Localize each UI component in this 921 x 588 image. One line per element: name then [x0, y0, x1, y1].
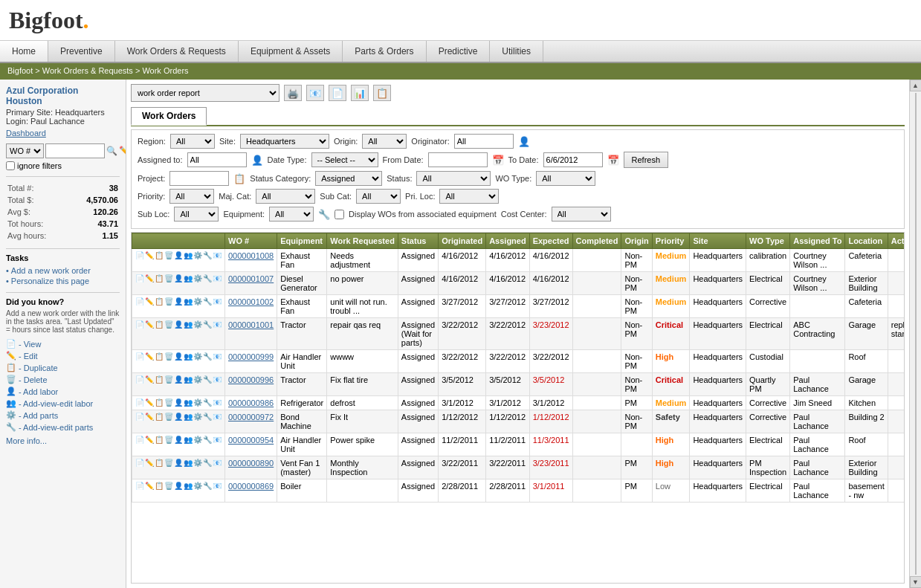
row-labor2-icon[interactable]: 👥: [184, 459, 193, 467]
nav-predictive[interactable]: Predictive: [427, 41, 491, 62]
col-expected[interactable]: Expected: [529, 233, 572, 249]
row-labor2-icon[interactable]: 👥: [184, 320, 193, 329]
row-parts-icon[interactable]: ⚙️: [193, 436, 202, 444]
row-parts-icon[interactable]: ⚙️: [193, 320, 202, 329]
wo-number-link[interactable]: 0000000954: [228, 436, 274, 445]
nav-work-orders[interactable]: Work Orders & Requests: [115, 41, 239, 62]
report-select[interactable]: work order report: [131, 84, 279, 102]
assigned-to-input[interactable]: [187, 152, 247, 167]
refresh-button[interactable]: Refresh: [624, 152, 669, 168]
row-parts-icon[interactable]: ⚙️: [193, 482, 202, 490]
export-icon[interactable]: 📄: [329, 85, 346, 101]
scroll-up-arrow[interactable]: ▲: [910, 80, 922, 91]
row-view-icon[interactable]: 📄: [135, 436, 144, 444]
row-view-icon[interactable]: 📄: [135, 320, 144, 329]
from-date-input[interactable]: [428, 152, 488, 167]
row-labor2-icon[interactable]: 👥: [184, 436, 193, 444]
row-parts2-icon[interactable]: 🔧: [203, 398, 212, 407]
row-del-icon[interactable]: 🗑️: [164, 459, 173, 467]
row-labor-icon[interactable]: 👤: [174, 459, 183, 467]
col-origin[interactable]: Origin: [621, 233, 652, 249]
row-view-icon[interactable]: 📄: [135, 251, 144, 259]
row-labor-icon[interactable]: 👤: [174, 352, 183, 361]
row-labor-icon[interactable]: 👤: [174, 251, 183, 259]
status-select[interactable]: All: [416, 171, 491, 186]
row-parts-icon[interactable]: ⚙️: [193, 352, 202, 361]
row-view-icon[interactable]: 📄: [135, 352, 144, 361]
row-view-icon[interactable]: 📄: [135, 398, 144, 407]
col-wo[interactable]: WO #: [225, 233, 277, 249]
row-parts-icon[interactable]: ⚙️: [193, 251, 202, 259]
scroll-down-arrow[interactable]: ▼: [910, 576, 922, 588]
row-del-icon[interactable]: 🗑️: [164, 297, 173, 306]
equipment-icon[interactable]: 🔧: [318, 209, 330, 220]
row-email-icon[interactable]: 📧: [213, 274, 222, 282]
row-del-icon[interactable]: 🗑️: [164, 375, 173, 384]
sidebar-search-icon[interactable]: 🔍: [106, 144, 117, 158]
row-view-icon[interactable]: 📄: [135, 459, 144, 467]
wo-number-link[interactable]: 0000000996: [228, 375, 274, 384]
row-labor-icon[interactable]: 👤: [174, 413, 183, 421]
row-del-icon[interactable]: 🗑️: [164, 352, 173, 361]
tab-work-orders[interactable]: Work Orders: [131, 107, 207, 126]
personalize-link[interactable]: Personalize this page: [6, 276, 120, 286]
row-labor-icon[interactable]: 👤: [174, 398, 183, 407]
row-del-icon[interactable]: 🗑️: [164, 436, 173, 444]
row-dup-icon[interactable]: 📋: [155, 436, 164, 444]
row-edit-icon[interactable]: ✏️: [145, 459, 154, 467]
project-input[interactable]: [169, 171, 229, 186]
row-email-icon[interactable]: 📧: [213, 436, 222, 444]
row-labor2-icon[interactable]: 👥: [184, 413, 193, 421]
row-edit-icon[interactable]: ✏️: [145, 413, 154, 421]
row-email-icon[interactable]: 📧: [213, 413, 222, 421]
row-email-icon[interactable]: 📧: [213, 459, 222, 467]
equipment-select[interactable]: All: [269, 207, 314, 222]
to-date-input[interactable]: [543, 152, 603, 167]
cost-center-select[interactable]: All: [552, 207, 611, 222]
row-email-icon[interactable]: 📧: [213, 352, 222, 361]
dashboard-link[interactable]: Dashboard: [6, 129, 120, 138]
row-parts2-icon[interactable]: 🔧: [203, 375, 212, 384]
row-dup-icon[interactable]: 📋: [155, 375, 164, 384]
row-parts2-icon[interactable]: 🔧: [203, 352, 212, 361]
row-parts2-icon[interactable]: 🔧: [203, 297, 212, 306]
breadcrumb-wo[interactable]: Work Orders & Requests: [42, 66, 133, 75]
row-labor-icon[interactable]: 👤: [174, 375, 183, 384]
row-parts2-icon[interactable]: 🔧: [203, 413, 212, 421]
row-view-icon[interactable]: 📄: [135, 297, 144, 306]
nav-preventive[interactable]: Preventive: [48, 41, 115, 62]
row-parts-icon[interactable]: ⚙️: [193, 297, 202, 306]
row-parts-icon[interactable]: ⚙️: [193, 375, 202, 384]
date-type-select[interactable]: -- Select --: [311, 152, 378, 167]
col-assigned[interactable]: Assigned: [486, 233, 530, 249]
wo-number-link[interactable]: 0000001007: [228, 274, 274, 283]
col-priority[interactable]: Priority: [652, 233, 690, 249]
print-icon[interactable]: 🖨️: [284, 85, 302, 101]
wo-type-select[interactable]: All: [536, 171, 595, 186]
row-labor-icon[interactable]: 👤: [174, 482, 183, 490]
wo-number-link[interactable]: 0000000869: [228, 482, 274, 491]
wo-number-link[interactable]: 0000000972: [228, 413, 274, 421]
sub-cat-select[interactable]: All: [356, 189, 401, 204]
site-select[interactable]: Headquarters: [240, 134, 329, 149]
row-edit-icon[interactable]: ✏️: [145, 482, 154, 490]
row-labor2-icon[interactable]: 👥: [184, 375, 193, 384]
row-email-icon[interactable]: 📧: [213, 398, 222, 407]
row-parts-icon[interactable]: ⚙️: [193, 274, 202, 282]
ignore-filters-checkbox[interactable]: [6, 161, 15, 170]
row-view-icon[interactable]: 📄: [135, 482, 144, 490]
originator-search-icon[interactable]: 👤: [518, 136, 530, 147]
sidebar-clear-icon[interactable]: ✏️: [119, 144, 126, 158]
row-edit-icon[interactable]: ✏️: [145, 398, 154, 407]
row-edit-icon[interactable]: ✏️: [145, 274, 154, 282]
breadcrumb-home[interactable]: Bigfoot: [7, 66, 33, 75]
row-parts-icon[interactable]: ⚙️: [193, 398, 202, 407]
row-del-icon[interactable]: 🗑️: [164, 482, 173, 490]
col-completed[interactable]: Completed: [572, 233, 621, 249]
maj-cat-select[interactable]: All: [256, 189, 315, 204]
row-parts-icon[interactable]: ⚙️: [193, 413, 202, 421]
more-info-link[interactable]: More info...: [6, 436, 120, 445]
row-dup-icon[interactable]: 📋: [155, 320, 164, 329]
row-email-icon[interactable]: 📧: [213, 320, 222, 329]
col-equipment[interactable]: Equipment: [277, 233, 327, 249]
